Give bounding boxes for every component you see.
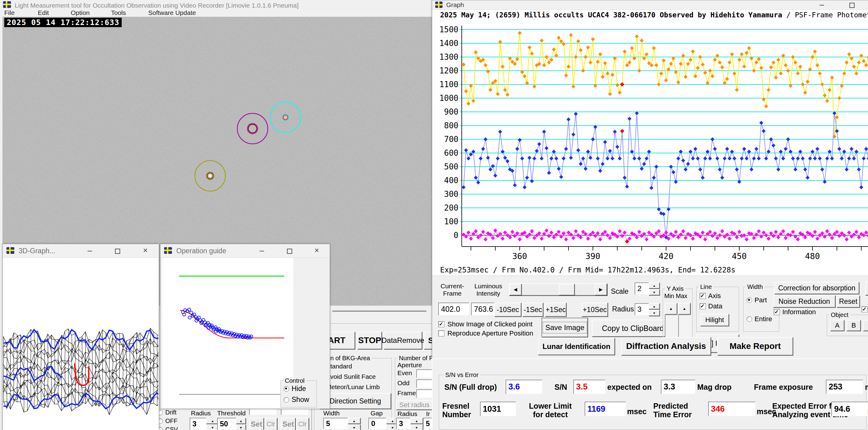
menu-item-file[interactable]: File [4,9,14,16]
scroll-thumb[interactable] [559,284,575,295]
noise-reduction-button[interactable]: Noise Reduction [773,295,835,307]
bkg-width-field[interactable]: 5 [323,418,348,429]
menu-item-edit[interactable]: Edit [38,9,49,16]
graph-controls: Current-Frame 402.0 LuminousIntensity 76… [432,275,868,359]
object-button-b[interactable]: B [847,320,861,331]
show-image-checkbox[interactable]: Show Image of Clicked point [438,320,532,328]
show-radio-circle[interactable] [284,397,289,403]
maximize-icon[interactable] [287,249,292,254]
data-checkbox-box[interactable] [700,303,706,309]
ymax-up-button[interactable]: ▲ [678,303,690,315]
information-checkbox[interactable]: Information [774,308,816,316]
scroll-left-arrow[interactable]: ◀ [509,284,522,295]
hide-radio-circle[interactable] [284,386,289,392]
maximize-icon[interactable] [849,3,855,8]
set2-button[interactable]: Set [281,418,296,430]
threshold-spinner[interactable]: ▲▼ [236,418,246,430]
close-icon[interactable]: × [143,247,148,253]
lightcurve-chart[interactable]: 2025 May 14; (2659) Millis occults UCAC4… [432,10,868,275]
bkg-width-spinner[interactable]: ▲▼ [348,418,361,430]
data-remove-button[interactable]: DataRemove [384,332,422,349]
reset-button[interactable]: Reset [837,295,860,307]
threed-titlebar[interactable]: 3D-Graph... × [3,244,159,258]
ymax-track[interactable] [678,315,690,337]
threed-window-title: 3D-Graph... [19,247,55,255]
correction-absorption-button[interactable]: Correction for absorption [774,282,859,294]
data-checkbox[interactable]: Data [700,302,722,310]
ymin-up-button[interactable]: ▲ [665,303,677,315]
bkg-option-label: Avoid Sunlit Face [326,373,376,380]
object-button-c[interactable]: C [863,320,868,331]
bkg-gap-field[interactable]: 0 [368,418,388,429]
information-checkbox-box[interactable] [774,309,780,315]
diffraction-analysis-button[interactable]: Diffraction Analysis [621,337,711,355]
svg-text:1000: 1000 [439,94,458,103]
minimize-icon[interactable] [88,251,92,252]
threed-canvas[interactable] [3,258,158,430]
graph-window[interactable]: Graph 2025 May 14; (2659) Millis occults… [432,0,868,359]
set1-button[interactable]: Set [249,418,264,430]
svg-text:500: 500 [444,162,458,171]
menu-item-tools[interactable]: Tools [111,9,126,16]
part-radio[interactable]: Part [747,296,767,304]
object-button-a[interactable]: A [830,320,844,331]
close-icon[interactable]: × [314,247,319,253]
guide-titlebar[interactable]: Operation guide × [160,244,330,258]
minimize-icon[interactable] [259,251,264,252]
make-report-button[interactable]: Make Report [717,337,793,355]
cut-button-fragment[interactable] [865,282,868,295]
show-radio[interactable]: Show [284,396,309,404]
reproduce-checkbox[interactable]: Reproduce Aperture Position [438,329,533,337]
svg-text:480: 480 [805,252,820,261]
drift-option-off[interactable]: OFF [157,418,178,425]
maximize-icon[interactable] [115,249,120,254]
set-radius-button[interactable]: Set radius [396,400,433,410]
lower-limit-field: 1169 [585,402,626,416]
aperture-radius-spinner[interactable]: ▲▼ [410,418,423,430]
drift-radius-field[interactable]: 3 [190,418,207,430]
seek-button-1sec[interactable]: -1Sec [522,303,543,317]
scale-spinner[interactable]: ▲▼ [649,283,660,295]
graph-titlebar[interactable]: Graph [432,0,868,10]
entire-radio-circle[interactable] [747,316,752,322]
frame-scrollbar[interactable]: ◀ ▶ [509,284,607,296]
threshold-field[interactable]: 50 [217,418,237,430]
hilight-button[interactable]: Hilight [700,314,729,326]
guide-window[interactable]: Operation guide × Control Hide Show [160,244,330,409]
minimize-icon[interactable] [819,5,824,5]
seek-button-10sec[interactable]: +10Sec [582,303,608,317]
object-buttons: ABC [830,320,868,331]
aperture-sublabel: Aperture [397,361,422,369]
current-frame-field[interactable]: 402.0 [438,303,469,316]
aperture-radius-field[interactable]: 3 [396,418,411,429]
axis-checkbox-box[interactable] [700,293,706,299]
lunar-identification-button[interactable]: Lunar Identification [538,338,615,355]
scale-field[interactable]: 2 [635,283,650,295]
copy-clipboard-button[interactable]: Copy to ClipBoard [592,320,674,337]
entire-radio[interactable]: Entire [747,315,772,323]
menu-item-option[interactable]: Option [71,9,90,16]
graph-radius-field[interactable]: 3 [635,303,650,316]
threed-window[interactable]: 3D-Graph... × [2,244,159,430]
main-menubar: FileEditOptionToolsSoftware Update [0,9,432,17]
ymin-track[interactable] [665,315,677,337]
drift-option-csv[interactable]: CSV [157,426,178,430]
seek-button-10sec[interactable]: -10Sec [494,303,521,317]
save-image-button[interactable]: Save Image [542,318,588,337]
seek-button-1sec[interactable]: +1Sec [545,303,566,317]
graph-radius-spinner[interactable]: ▲▼ [649,303,660,316]
edge-checkbox[interactable] [862,306,868,312]
clr2-button[interactable]: Clr [296,418,309,430]
hide-radio[interactable]: Hide [284,385,306,393]
drift-option-drift[interactable]: Drift [157,409,177,416]
direction-setting-button[interactable]: Direction Setting [320,393,391,409]
show-image-checkbox-box[interactable] [438,321,444,327]
axis-checkbox[interactable]: Axis [700,292,721,300]
menu-item-software-update[interactable]: Software Update [148,9,196,16]
video-position-slider[interactable] [333,310,426,312]
clr1-button[interactable]: Clr [265,418,277,430]
reproduce-checkbox-box[interactable] [438,330,444,336]
part-radio-circle[interactable] [747,297,752,303]
scroll-right-arrow[interactable]: ▶ [595,284,607,295]
stop-button[interactable]: STOP [358,332,382,349]
